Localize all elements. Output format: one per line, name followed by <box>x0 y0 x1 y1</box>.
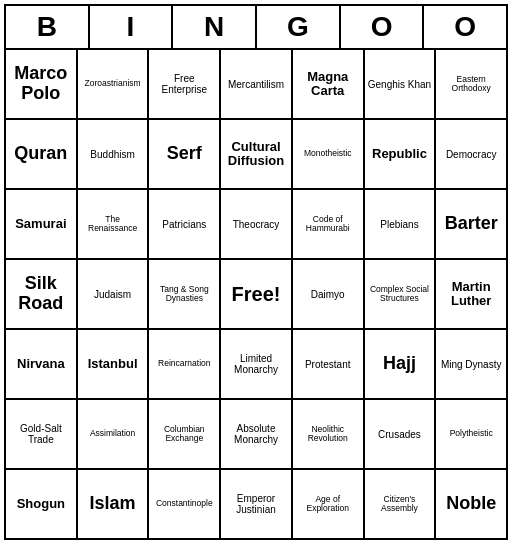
grid-row-3: Silk RoadJudaismTang & Song DynastiesFre… <box>6 260 506 330</box>
cell-4-5[interactable]: Hajj <box>365 330 437 398</box>
cell-6-0[interactable]: Shogun <box>6 470 78 538</box>
cell-0-5[interactable]: Genghis Khan <box>365 50 437 118</box>
cell-2-4[interactable]: Code of Hammurabi <box>293 190 365 258</box>
cell-6-1[interactable]: Islam <box>78 470 150 538</box>
cell-3-1[interactable]: Judaism <box>78 260 150 328</box>
cell-2-6[interactable]: Barter <box>436 190 506 258</box>
cell-1-1[interactable]: Buddhism <box>78 120 150 188</box>
cell-5-6[interactable]: Polytheistic <box>436 400 506 468</box>
grid-row-2: SamuraiThe RenaissancePatriciansTheocrac… <box>6 190 506 260</box>
cell-4-2[interactable]: Reincarnation <box>149 330 221 398</box>
cell-4-6[interactable]: Ming Dynasty <box>436 330 506 398</box>
cell-6-6[interactable]: Noble <box>436 470 506 538</box>
cell-3-5[interactable]: Complex Social Structures <box>365 260 437 328</box>
cell-6-5[interactable]: Citizen's Assembly <box>365 470 437 538</box>
grid-row-0: Marco PoloZoroastrianismFree EnterpriseM… <box>6 50 506 120</box>
header-O: O <box>341 6 425 48</box>
grid-row-4: NirvanaIstanbulReincarnationLimited Mona… <box>6 330 506 400</box>
cell-5-2[interactable]: Columbian Exchange <box>149 400 221 468</box>
bingo-grid: Marco PoloZoroastrianismFree EnterpriseM… <box>6 50 506 538</box>
bingo-card: BINGOO Marco PoloZoroastrianismFree Ente… <box>4 4 508 540</box>
cell-2-2[interactable]: Patricians <box>149 190 221 258</box>
cell-0-0[interactable]: Marco Polo <box>6 50 78 118</box>
cell-3-0[interactable]: Silk Road <box>6 260 78 328</box>
grid-row-5: Gold-Salt TradeAssimilationColumbian Exc… <box>6 400 506 470</box>
header-G: G <box>257 6 341 48</box>
header-N: N <box>173 6 257 48</box>
cell-1-4[interactable]: Monotheistic <box>293 120 365 188</box>
cell-2-1[interactable]: The Renaissance <box>78 190 150 258</box>
cell-3-6[interactable]: Martin Luther <box>436 260 506 328</box>
cell-1-5[interactable]: Republic <box>365 120 437 188</box>
cell-1-3[interactable]: Cultural Diffusion <box>221 120 293 188</box>
cell-4-4[interactable]: Protestant <box>293 330 365 398</box>
cell-5-4[interactable]: Neolithic Revolution <box>293 400 365 468</box>
cell-2-0[interactable]: Samurai <box>6 190 78 258</box>
cell-3-4[interactable]: Daimyo <box>293 260 365 328</box>
cell-6-4[interactable]: Age of Exploration <box>293 470 365 538</box>
bingo-header: BINGOO <box>6 6 506 50</box>
cell-5-1[interactable]: Assimilation <box>78 400 150 468</box>
header-I: I <box>90 6 174 48</box>
cell-2-3[interactable]: Theocracy <box>221 190 293 258</box>
cell-1-0[interactable]: Quran <box>6 120 78 188</box>
cell-0-4[interactable]: Magna Carta <box>293 50 365 118</box>
grid-row-1: QuranBuddhismSerfCultural DiffusionMonot… <box>6 120 506 190</box>
header-B: B <box>6 6 90 48</box>
cell-0-2[interactable]: Free Enterprise <box>149 50 221 118</box>
cell-4-3[interactable]: Limited Monarchy <box>221 330 293 398</box>
cell-0-6[interactable]: Eastern Orthodoxy <box>436 50 506 118</box>
cell-5-5[interactable]: Crusades <box>365 400 437 468</box>
cell-5-3[interactable]: Absolute Monarchy <box>221 400 293 468</box>
cell-5-0[interactable]: Gold-Salt Trade <box>6 400 78 468</box>
cell-3-3[interactable]: Free! <box>221 260 293 328</box>
cell-6-3[interactable]: Emperor Justinian <box>221 470 293 538</box>
grid-row-6: ShogunIslamConstantinopleEmperor Justini… <box>6 470 506 538</box>
cell-1-2[interactable]: Serf <box>149 120 221 188</box>
cell-0-1[interactable]: Zoroastrianism <box>78 50 150 118</box>
cell-6-2[interactable]: Constantinople <box>149 470 221 538</box>
cell-2-5[interactable]: Plebians <box>365 190 437 258</box>
cell-3-2[interactable]: Tang & Song Dynasties <box>149 260 221 328</box>
cell-1-6[interactable]: Democracy <box>436 120 506 188</box>
cell-4-0[interactable]: Nirvana <box>6 330 78 398</box>
cell-0-3[interactable]: Mercantilism <box>221 50 293 118</box>
header-O: O <box>424 6 506 48</box>
cell-4-1[interactable]: Istanbul <box>78 330 150 398</box>
